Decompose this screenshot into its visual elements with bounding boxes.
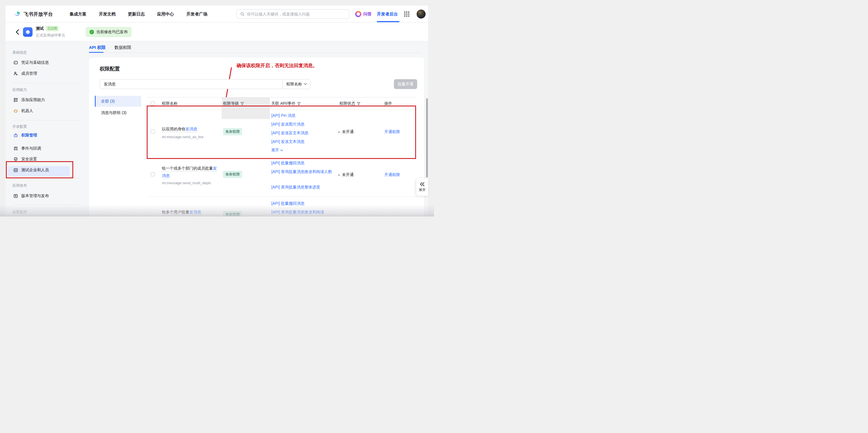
developer-console-link[interactable]: 开发者后台: [377, 6, 398, 23]
search-field-dropdown[interactable]: 权限名称: [282, 80, 310, 89]
sidebar-item-bot[interactable]: 机器人: [13, 107, 33, 115]
sidebar-item-security[interactable]: 安全设置: [13, 155, 37, 163]
row-checkbox[interactable]: [151, 172, 155, 176]
check-circle-icon: ✓: [90, 30, 94, 34]
app-icon: [23, 27, 33, 37]
api-link[interactable]: [API] 批量撤回消息: [271, 201, 304, 206]
permission-name[interactable]: 给多个用户批量发消息: [162, 208, 224, 216]
sidebar-item-permissions[interactable]: 权限管理: [13, 132, 37, 139]
divider: [12, 83, 81, 83]
permission-code: im:message:send_as_bot: [162, 135, 204, 139]
active-tab-underline: [89, 52, 103, 53]
bulk-open-button[interactable]: 批量开通: [394, 79, 417, 89]
table-header-divider: [147, 110, 417, 110]
divider: [12, 204, 81, 205]
chevron-down-icon: [280, 149, 283, 151]
scrollbar-thumb[interactable]: [426, 98, 428, 177]
api-link[interactable]: [API] 发送文本消息: [271, 139, 304, 144]
tab-data-permissions[interactable]: 数据权限: [115, 45, 131, 50]
select-all-checkbox[interactable]: [151, 102, 155, 106]
qa-link[interactable]: 问答: [355, 6, 372, 23]
global-search[interactable]: [237, 9, 349, 19]
level-badge: 免审权限: [223, 211, 242, 216]
sidebar-item-credentials[interactable]: 凭证与基础信息: [13, 59, 49, 66]
permission-name[interactable]: 给一个或多个部门的成员批量发消息: [162, 165, 218, 179]
bookmark-plus-icon: [13, 146, 18, 151]
api-link[interactable]: [API] 发送图片消息: [271, 122, 304, 127]
col-header-api: 关联 API/事件: [271, 101, 301, 106]
search-icon: [240, 12, 245, 16]
lock-icon: [13, 133, 18, 138]
active-nav-underline: [377, 21, 400, 22]
qa-ring-icon: [355, 11, 361, 17]
expand-panel-label: 展开: [419, 187, 426, 192]
api-link[interactable]: [API] 批量撤回消息: [271, 161, 304, 166]
col-header-status: 权限状态: [339, 101, 361, 106]
row-divider: [147, 197, 417, 197]
user-avatar[interactable]: [416, 9, 426, 19]
divider: [12, 120, 81, 120]
qa-label: 问答: [363, 11, 372, 17]
top-navbar: 飞书开放平台 集成方案 开发文档 更新日志 应用中心 开发者广场 问答: [6, 6, 428, 23]
browser-viewport: 飞书开放平台 集成方案 开发文档 更新日志 应用中心 开发者广场 问答: [6, 6, 428, 216]
app-header: 测试 已启用 正式应用@环界云 ✓ 当前修改均已发布: [6, 23, 428, 41]
screen: 飞书开放平台 集成方案 开发文档 更新日志 应用中心 开发者广场 问答: [0, 0, 434, 216]
api-link[interactable]: [API] Pin 消息: [271, 113, 296, 118]
nav-link-devplaza[interactable]: 开发者广场: [186, 11, 207, 17]
published-status-text: 当前修改均已发布: [96, 29, 128, 34]
api-link[interactable]: [API] 查询批量消息整体进度: [271, 185, 320, 190]
brand[interactable]: 飞书开放平台: [13, 6, 53, 23]
sidebar-item-events[interactable]: 事件与回调: [13, 145, 41, 152]
permission-search-input[interactable]: 发消息: [100, 80, 282, 89]
permissions-table: 权限名称 权限等级 关联 API/事件 权限状态 操作: [147, 97, 417, 216]
level-badge: 免审权限: [223, 128, 242, 135]
person-plus-icon: [13, 71, 18, 76]
sidebar-section-capability: 应用能力: [12, 87, 27, 92]
category-message-group[interactable]: 消息与群组 (3): [101, 110, 126, 115]
status-badge: 未开通: [338, 129, 354, 135]
permission-search: 发消息 权限名称: [100, 79, 311, 89]
shield-check-icon: [13, 157, 18, 162]
filter-icon[interactable]: [357, 102, 361, 106]
enabled-badge: 已启用: [46, 26, 59, 31]
tabs-divider: [89, 53, 421, 53]
sidebar-item-test-org[interactable]: 测试企业和人员: [13, 167, 49, 174]
sidebar-item-add-capability[interactable]: 添加应用能力: [13, 96, 45, 104]
nav-links: 集成方案 开发文档 更新日志 应用中心 开发者广场: [69, 6, 207, 23]
cube-icon: [24, 29, 31, 35]
api-link[interactable]: [API] 查询批量消息推送和阅读: [271, 210, 324, 215]
sidebar-item-version[interactable]: 版本管理与发布: [13, 192, 49, 200]
table-top-border: [147, 97, 417, 97]
filter-icon[interactable]: [241, 102, 244, 106]
robot-icon: [13, 109, 18, 113]
permission-name[interactable]: 以应用的身份发消息: [162, 125, 218, 133]
apps-grid-icon[interactable]: [404, 11, 409, 17]
code-icon: [13, 168, 18, 172]
sidebar-section-devconfig: 开发配置: [12, 124, 27, 129]
app-name: 测试: [36, 26, 44, 31]
level-column-shade: [222, 97, 270, 119]
id-card-icon: [13, 60, 18, 65]
back-button[interactable]: [14, 29, 20, 35]
open-permission-link[interactable]: 开通权限: [384, 172, 400, 177]
category-all[interactable]: 全部 (3): [95, 96, 141, 107]
filter-icon[interactable]: [297, 102, 301, 106]
nav-link-integration[interactable]: 集成方案: [69, 11, 86, 17]
search-input[interactable]: [247, 12, 346, 16]
row-checkbox[interactable]: [151, 129, 155, 134]
annotation-text: 确保该权限开启，否则无法回复消息。: [237, 62, 317, 69]
api-link[interactable]: [API] 查询批量消息推送和阅读人数: [271, 167, 334, 176]
double-chevron-left-icon: [420, 182, 425, 186]
nav-link-docs[interactable]: 开发文档: [99, 11, 116, 17]
api-link[interactable]: [API] 发送富文本消息: [271, 131, 308, 136]
nav-link-appcenter[interactable]: 应用中心: [157, 11, 174, 17]
expand-side-panel-button[interactable]: 展开: [416, 178, 428, 196]
open-permission-link[interactable]: 开通权限: [384, 129, 400, 135]
tab-api-permissions[interactable]: API 权限: [89, 45, 105, 50]
nav-link-changelog[interactable]: 更新日志: [128, 11, 145, 17]
col-header-name: 权限名称: [162, 101, 178, 106]
expand-apis-link[interactable]: 展开: [271, 148, 283, 153]
brand-title: 飞书开放平台: [24, 11, 53, 18]
sidebar-item-members[interactable]: 成员管理: [13, 70, 37, 77]
publish-icon: [13, 194, 18, 198]
